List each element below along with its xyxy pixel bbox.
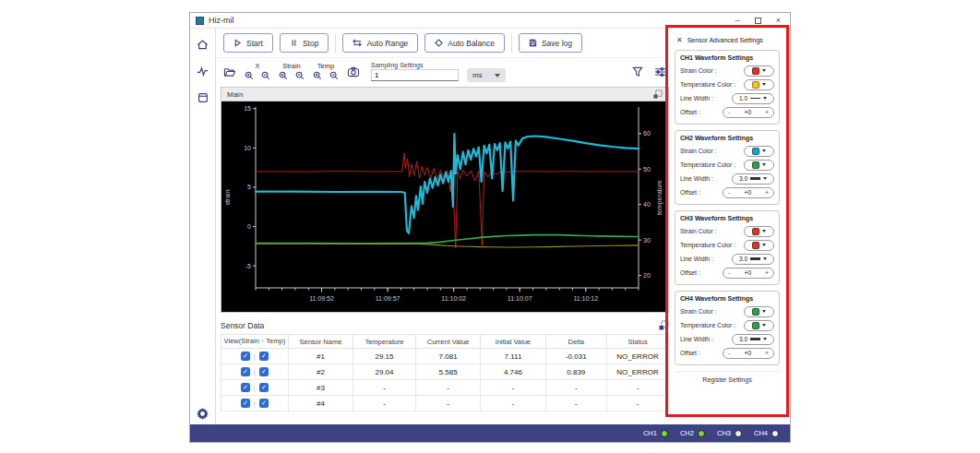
offset-plus-button[interactable]: + (765, 269, 769, 276)
strain-view-checkbox[interactable]: ✓ (241, 399, 250, 408)
auto-range-button[interactable]: Auto Range (342, 33, 418, 53)
col-status: Status (607, 335, 669, 349)
ch4-offset-stepper[interactable]: -+0+ (723, 348, 774, 359)
ch3-offset-stepper[interactable]: -+0+ (723, 268, 774, 279)
strain-color-label: Strain Color : (680, 148, 717, 154)
minimize-button[interactable]: – (735, 17, 740, 25)
temp-view-checkbox[interactable]: ✓ (259, 352, 269, 361)
waveform-chart[interactable]: -5051015203040506011:09:5211:09:5711:10:… (221, 101, 668, 312)
sensor-data-title: Sensor Data (221, 321, 264, 330)
ch3-strain-color-dropdown[interactable] (744, 226, 774, 237)
checkbox-separator: | (254, 352, 256, 361)
svg-text:strain: strain (224, 189, 231, 205)
offset-minus-button[interactable]: - (728, 269, 730, 276)
zoom-x-label: X (255, 63, 259, 70)
svg-text:50: 50 (643, 166, 651, 173)
cell-current: 7.081 (415, 349, 480, 364)
close-button[interactable]: × (776, 17, 781, 25)
offset-value: +0 (744, 109, 751, 115)
temp-view-checkbox[interactable]: ✓ (259, 383, 269, 392)
color-swatch (752, 228, 759, 235)
cell-temperature: - (353, 380, 416, 396)
zoom-in-x-icon[interactable] (245, 71, 254, 80)
cell-temperature: - (353, 396, 416, 411)
stop-button[interactable]: Stop (280, 33, 329, 53)
cell-initial: 7.111 (481, 349, 545, 364)
line-width-label: Line Width : (680, 175, 713, 182)
zoom-out-temp-icon[interactable] (329, 71, 339, 80)
offset-label: Offset : (680, 350, 700, 356)
ch1-line-width-dropdown[interactable]: 1.0 (732, 93, 774, 104)
waveform-icon[interactable] (196, 64, 210, 78)
ch3-line-width-dropdown[interactable]: 3.0 (732, 254, 774, 265)
register-settings-button[interactable]: Register Settings (675, 371, 780, 386)
cell-sensor-name: #1 (288, 349, 353, 364)
float-window-icon[interactable] (653, 86, 663, 102)
zoom-out-x-icon[interactable] (261, 71, 270, 80)
ch2-temp-color-dropdown[interactable] (744, 160, 774, 171)
notebook-icon[interactable] (196, 90, 210, 105)
ch4-strain-color-dropdown[interactable] (744, 306, 774, 317)
chevron-down-icon (762, 69, 766, 72)
main-area: Start Stop Auto Range Auto Balance (216, 29, 674, 424)
offset-minus-button[interactable]: - (728, 109, 730, 115)
save-log-button[interactable]: Save log (519, 33, 582, 53)
line-width-value: 1.0 (739, 95, 747, 101)
strain-view-checkbox[interactable]: ✓ (241, 383, 250, 392)
table-row: ✓|✓ #4 - - - - - (221, 396, 669, 411)
offset-minus-button[interactable]: - (728, 350, 730, 356)
cell-current: - (415, 380, 480, 396)
color-swatch (752, 308, 759, 316)
strain-view-checkbox[interactable]: ✓ (241, 352, 250, 361)
strain-view-checkbox[interactable]: ✓ (241, 367, 250, 376)
chevron-down-icon (763, 177, 767, 180)
temp-view-checkbox[interactable]: ✓ (259, 367, 269, 376)
ch2-strain-color-dropdown[interactable] (744, 146, 774, 157)
ch2-offset-stepper[interactable]: -+0+ (723, 187, 774, 198)
filter-icon[interactable] (632, 66, 643, 77)
temp-color-label: Temperature Color : (680, 81, 735, 88)
ch1-temp-color-dropdown[interactable] (744, 79, 774, 90)
svg-text:0: 0 (247, 223, 251, 230)
strain-color-label: Strain Color : (680, 308, 717, 315)
offset-plus-button[interactable]: + (765, 189, 769, 196)
sensor-table: View(Strain・Temp) Sensor Name Temperatur… (221, 334, 669, 411)
color-swatch (752, 81, 759, 89)
settings-gear-icon[interactable] (196, 406, 210, 421)
sampling-input[interactable] (371, 69, 459, 81)
camera-snapshot-icon[interactable] (347, 66, 360, 77)
ch3-temp-color-dropdown[interactable] (744, 240, 774, 251)
zoom-in-temp-icon[interactable] (313, 71, 322, 80)
ch4-settings-title: CH4 Waveform Settings (680, 295, 774, 302)
ch1-offset-stepper[interactable]: -+0+ (723, 107, 774, 118)
float-window-icon[interactable] (659, 317, 669, 334)
chart-tab-main[interactable]: Main (221, 88, 668, 101)
unit-select[interactable]: ms (467, 68, 506, 82)
col-sensor-name: Sensor Name (288, 335, 353, 349)
ch4-waveform-settings: CH4 Waveform Settings Strain Color : Tem… (675, 291, 780, 365)
maximize-button[interactable] (755, 18, 761, 24)
offset-minus-button[interactable]: - (728, 189, 730, 196)
zoom-in-strain-icon[interactable] (279, 71, 288, 80)
panel-close-icon[interactable]: ✕ (676, 36, 683, 44)
save-icon (529, 39, 537, 47)
diamond-icon (435, 39, 443, 47)
ch2-line-width-dropdown[interactable]: 3.0 (732, 173, 774, 185)
offset-plus-button[interactable]: + (765, 350, 769, 356)
zoom-out-strain-icon[interactable] (295, 71, 305, 80)
open-folder-icon[interactable] (223, 66, 236, 77)
offset-plus-button[interactable]: + (765, 109, 769, 115)
ch4-line-width-dropdown[interactable]: 3.0 (732, 334, 774, 345)
svg-text:5: 5 (247, 184, 251, 190)
tune-sliders-icon[interactable] (654, 66, 666, 77)
ch1-strain-color-dropdown[interactable] (744, 66, 774, 77)
auto-balance-button[interactable]: Auto Balance (424, 33, 505, 53)
ch4-temp-color-dropdown[interactable] (744, 320, 774, 331)
zoom-group-x: X (245, 63, 270, 80)
home-icon[interactable] (196, 37, 210, 52)
ch2-waveform-settings: CH2 Waveform Settings Strain Color : Tem… (675, 130, 780, 205)
cell-delta: - (545, 396, 606, 411)
temp-view-checkbox[interactable]: ✓ (259, 399, 269, 408)
start-button[interactable]: Start (223, 33, 273, 53)
ch2-led-icon (698, 430, 705, 437)
